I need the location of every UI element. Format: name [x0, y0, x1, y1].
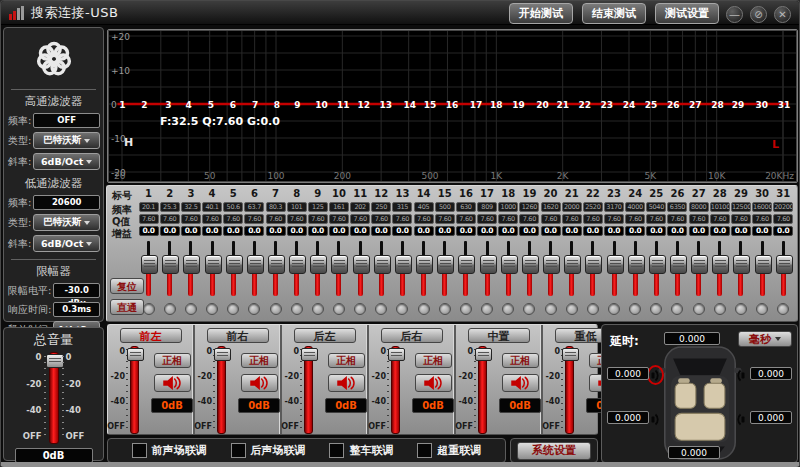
band-gain-fader[interactable] — [159, 240, 180, 298]
band-gain-fader[interactable] — [709, 240, 730, 298]
band-q-input[interactable]: 7.60 — [223, 214, 243, 224]
link-checkbox-item-3[interactable]: 整车联调 — [329, 443, 393, 458]
start-test-button[interactable]: 开始测试 — [509, 3, 573, 24]
link-checkbox-item-4[interactable]: 超重联调 — [417, 443, 481, 458]
band-select-radio[interactable] — [143, 303, 155, 315]
speaker-front-right-icon[interactable] — [734, 367, 747, 383]
band-freq-input[interactable]: 25.3 — [160, 202, 180, 212]
band-gain-input[interactable]: 0.0 — [181, 226, 201, 236]
fader-knob[interactable] — [437, 255, 454, 274]
band-select-radio[interactable] — [460, 303, 472, 315]
band-gain-input[interactable]: 0.0 — [287, 226, 307, 236]
channel-name-button[interactable]: 前右 — [207, 328, 269, 343]
band-select-radio[interactable] — [248, 303, 260, 315]
band-q-input[interactable]: 7.60 — [266, 214, 286, 224]
band-freq-input[interactable]: 809 — [477, 202, 497, 212]
band-gain-input[interactable]: 0.0 — [604, 226, 624, 236]
band-freq-input[interactable]: 40.1 — [202, 202, 222, 212]
band-gain-input[interactable]: 0.0 — [329, 226, 349, 236]
band-freq-input[interactable]: 1000 — [498, 202, 518, 212]
fader-knob[interactable] — [205, 255, 222, 274]
checkbox[interactable] — [231, 443, 246, 458]
limiter-attack-input[interactable]: 0.3ms — [53, 302, 100, 317]
band-q-input[interactable]: 7.60 — [308, 214, 328, 224]
band-select-radio[interactable] — [608, 303, 620, 315]
band-gain-fader[interactable] — [498, 240, 519, 298]
band-q-input[interactable]: 7.60 — [541, 214, 561, 224]
fader-knob[interactable] — [310, 255, 327, 274]
delay-rear-right-input[interactable]: 0.000 — [750, 411, 792, 424]
band-gain-fader[interactable] — [625, 240, 646, 298]
mute-speaker-button[interactable] — [241, 374, 278, 392]
band-gain-input[interactable]: 0.0 — [519, 226, 539, 236]
band-freq-input[interactable]: 202 — [350, 202, 370, 212]
band-freq-input[interactable]: 32.5 — [181, 202, 201, 212]
band-gain-input[interactable]: 0.0 — [625, 226, 645, 236]
channel-volume-slider[interactable] — [217, 346, 226, 434]
band-q-input[interactable]: 7.60 — [498, 214, 518, 224]
band-gain-input[interactable]: 0.0 — [477, 226, 497, 236]
eq-response-graph[interactable]: +20+100-10-2020501002005001K2K5K10K20KHz… — [107, 29, 798, 183]
channel-name-button[interactable]: 中置 — [468, 328, 530, 343]
channel-volume-slider[interactable] — [478, 346, 487, 434]
band-freq-input[interactable]: 405 — [414, 202, 434, 212]
band-freq-input[interactable]: 5040 — [646, 202, 666, 212]
band-select-radio[interactable] — [270, 303, 282, 315]
band-gain-fader[interactable] — [307, 240, 328, 298]
band-q-input[interactable]: 7.60 — [392, 214, 412, 224]
band-gain-fader[interactable] — [265, 240, 286, 298]
lpf-slope-select[interactable]: 6dB/Oct — [33, 235, 100, 252]
channel-volume-slider[interactable] — [391, 346, 400, 434]
fader-knob[interactable] — [522, 255, 539, 274]
close-icon[interactable]: ✕ — [774, 6, 791, 23]
band-freq-input[interactable]: 8000 — [689, 202, 709, 212]
mute-speaker-button[interactable] — [328, 374, 365, 392]
band-q-input[interactable]: 7.60 — [519, 214, 539, 224]
band-gain-input[interactable]: 0.0 — [308, 226, 328, 236]
band-q-input[interactable]: 7.60 — [329, 214, 349, 224]
phase-button[interactable]: 正相 — [154, 353, 191, 368]
fader-knob[interactable] — [141, 255, 158, 274]
band-freq-input[interactable]: 1260 — [519, 202, 539, 212]
fader-knob[interactable] — [458, 255, 475, 274]
band-gain-input[interactable]: 0.0 — [731, 226, 751, 236]
band-q-input[interactable]: 7.60 — [773, 214, 793, 224]
band-select-radio[interactable] — [735, 303, 747, 315]
band-freq-input[interactable]: 3170 — [604, 202, 624, 212]
fader-knob[interactable] — [776, 255, 793, 274]
band-q-input[interactable]: 7.60 — [202, 214, 222, 224]
band-select-radio[interactable] — [354, 303, 366, 315]
band-q-input[interactable]: 7.60 — [435, 214, 455, 224]
fader-knob[interactable] — [183, 255, 200, 274]
band-q-input[interactable]: 7.60 — [731, 214, 751, 224]
band-gain-input[interactable]: 0.0 — [773, 226, 793, 236]
checkbox[interactable] — [132, 443, 147, 458]
band-gain-input[interactable]: 0.0 — [414, 226, 434, 236]
band-freq-input[interactable]: 101 — [287, 202, 307, 212]
band-select-radio[interactable] — [629, 303, 641, 315]
hpf-freq-input[interactable]: OFF — [33, 113, 100, 128]
band-gain-fader[interactable] — [603, 240, 624, 298]
band-gain-fader[interactable] — [519, 240, 540, 298]
band-freq-input[interactable]: 50.6 — [223, 202, 243, 212]
band-q-input[interactable]: 7.60 — [667, 214, 687, 224]
band-freq-input[interactable]: 161 — [329, 202, 349, 212]
hpf-type-select[interactable]: 巴特沃斯 — [33, 132, 100, 149]
band-gain-input[interactable]: 0.0 — [710, 226, 730, 236]
band-gain-input[interactable]: 0.0 — [583, 226, 603, 236]
limiter-level-input[interactable]: -30.0 dBu — [53, 283, 100, 298]
phase-button[interactable]: 正相 — [415, 353, 452, 368]
phase-button[interactable]: 正相 — [502, 353, 539, 368]
fader-knob[interactable] — [374, 255, 391, 274]
speaker-front-left-icon[interactable] — [649, 367, 662, 383]
band-freq-input[interactable]: 10100 — [710, 202, 730, 212]
fader-knob[interactable] — [289, 255, 306, 274]
band-q-input[interactable]: 7.60 — [752, 214, 772, 224]
band-select-radio[interactable] — [206, 303, 218, 315]
band-gain-input[interactable]: 0.0 — [139, 226, 159, 236]
band-gain-fader[interactable] — [561, 240, 582, 298]
band-freq-input[interactable]: 80.3 — [266, 202, 286, 212]
band-freq-input[interactable]: 16000 — [752, 202, 772, 212]
channel-name-button[interactable]: 后左 — [294, 328, 356, 343]
fader-knob[interactable] — [501, 255, 518, 274]
